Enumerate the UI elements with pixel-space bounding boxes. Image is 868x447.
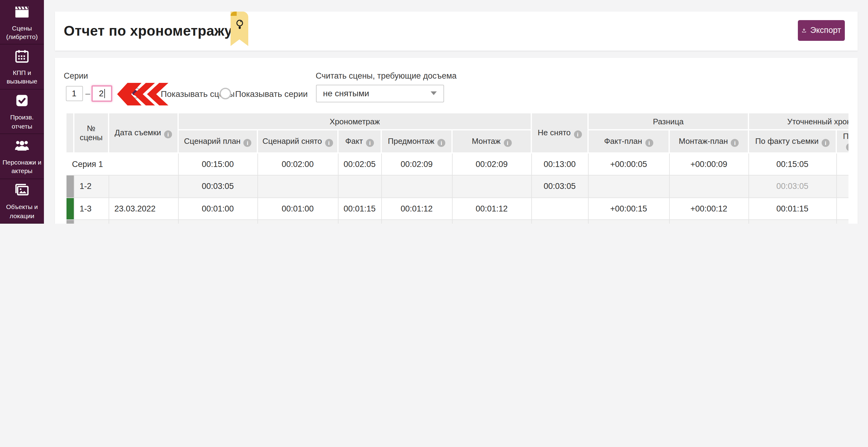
cell-fact-minus-plan: [588, 220, 669, 224]
info-icon[interactable]: i: [846, 143, 848, 151]
cell-refined-by-shooting: 00:01:15: [748, 198, 836, 220]
column-header-scene-number: № сцены: [74, 113, 108, 153]
column-header-refined-by-shooting: По факту съемкиi: [748, 130, 836, 153]
cell-edit-minus-plan: [669, 220, 748, 224]
cell-scenario-plan: 00:01:00: [178, 198, 257, 220]
sidebar-item-production-reports[interactable]: Произв. отчеты: [0, 90, 44, 134]
cell-refined-by-editing: [836, 175, 848, 198]
show-series-label[interactable]: Показывать серии: [235, 89, 308, 99]
info-icon[interactable]: i: [574, 130, 582, 138]
sidebar-item-characters-actors[interactable]: Персонажи и актеры: [0, 134, 44, 179]
cell-fact-minus-plan: +00:00:05: [588, 153, 669, 175]
group-header-refined-timing: Уточненный хронометраж: [748, 113, 848, 130]
cell-pre-edit: [381, 175, 452, 198]
cell-pre-edit: 00:01:12: [381, 198, 452, 220]
cell-refined-by-editing: [836, 153, 848, 175]
cell-scenario-plan: 00:03:05: [178, 175, 257, 198]
count-scenes-label: Считать сцены, требующие досъема: [316, 71, 457, 80]
check-square-icon: [14, 93, 30, 109]
group-header-difference: Разница: [588, 113, 748, 130]
scene-status-marker: [66, 175, 74, 198]
scene-row: 1-200:03:0500:03:0500:03:05: [66, 175, 848, 198]
lightbulb-icon: [235, 19, 244, 30]
series-from-input[interactable]: 1: [66, 85, 83, 101]
series-to-input[interactable]: 2: [92, 85, 112, 101]
title-card: Отчет по хронометражу Экспорт: [55, 11, 857, 50]
count-scenes-select[interactable]: не снятыми: [316, 84, 444, 102]
cell-scenario-shot: [257, 220, 338, 224]
column-header-fact: Фактi: [338, 130, 381, 153]
info-icon[interactable]: i: [366, 139, 374, 146]
report-card: Серии 1 – 2 Показывать сцены Показывать …: [55, 58, 857, 224]
cell-scenario-plan: 00:03:45: [178, 220, 257, 224]
hint-bookmark[interactable]: [230, 11, 248, 46]
column-header-scenario-shot: Сценарий снятоi: [257, 130, 338, 153]
app-root: Сцены (либретто)КПП и вызывныеПроизв. от…: [0, 0, 868, 224]
series-to-value: 2: [99, 89, 103, 98]
bookmark-fold: [230, 11, 237, 15]
cell-fact: 00:01:15: [338, 198, 381, 220]
cell-not-shot: 00:03:05: [531, 175, 588, 198]
info-icon[interactable]: i: [822, 139, 830, 146]
range-dash: –: [85, 89, 90, 98]
info-icon[interactable]: i: [437, 139, 445, 146]
report-table-wrapper[interactable]: № сценыДата съемкиiХронометражНе снятоiР…: [66, 112, 848, 224]
info-icon[interactable]: i: [164, 130, 172, 138]
cell-fact-minus-plan: [588, 175, 669, 198]
cell-edit: 00:02:09: [452, 153, 531, 175]
export-label: Экспорт: [810, 26, 841, 35]
calendar-icon: [14, 48, 30, 64]
cell-shoot-date: [108, 175, 178, 198]
chevron-down-icon: [431, 92, 437, 95]
cell-scenario-shot: [257, 175, 338, 198]
sidebar-item-objects-locations[interactable]: Объекты и локации: [0, 179, 44, 224]
column-header-edit: Монтажi: [452, 130, 531, 153]
group-header-timing: Хронометраж: [178, 113, 531, 130]
export-button[interactable]: Экспорт: [798, 20, 845, 40]
column-header-pre-edit: Предмонтажi: [381, 130, 452, 153]
sidebar-item-scenes-libretto[interactable]: Сцены (либретто): [0, 0, 44, 45]
timing-report-table: № сценыДата съемкиiХронометражНе снятоiР…: [66, 112, 848, 224]
cell-scene-number: 1-2: [74, 175, 108, 198]
cell-refined-by-editing: [836, 220, 848, 224]
cell-refined-by-shooting: 00:15:05: [748, 153, 836, 175]
cell-refined-by-editing: [836, 198, 848, 220]
series-row-label: Серия 1: [66, 153, 178, 175]
scene-status-marker: [66, 220, 74, 224]
series-row: Серия 100:15:0000:02:0000:02:0500:02:090…: [66, 153, 848, 175]
cell-fact-minus-plan: +00:00:15: [588, 198, 669, 220]
cell-fact: [338, 220, 381, 224]
column-header-marker: [66, 113, 74, 153]
show-series-radio[interactable]: [220, 88, 231, 99]
sidebar-item-label: КПП и вызывные: [2, 68, 42, 85]
info-icon[interactable]: i: [325, 139, 333, 146]
info-icon[interactable]: i: [244, 139, 252, 146]
cell-scenario-plan: 00:15:00: [178, 153, 257, 175]
cell-refined-by-shooting: 00:03:05: [748, 175, 836, 198]
sidebar-item-kpp-callsheets[interactable]: КПП и вызывные: [0, 45, 44, 90]
count-scenes-value: не снятыми: [323, 89, 369, 98]
people-icon: [14, 138, 30, 153]
download-icon: [802, 26, 807, 35]
cell-edit: [452, 220, 531, 224]
text-caret: [104, 89, 105, 98]
cell-edit: [452, 175, 531, 198]
sidebar-item-label: Персонажи и актеры: [2, 158, 42, 175]
cell-scene-number: 1-4: [74, 220, 108, 224]
cell-scenario-shot: 00:01:00: [257, 198, 338, 220]
cell-shoot-date: [108, 220, 178, 224]
info-icon[interactable]: i: [645, 139, 653, 146]
cell-fact: 00:02:05: [338, 153, 381, 175]
column-header-scenario-plan: Сценарий планi: [178, 130, 257, 153]
column-header-not-shot: Не снятоi: [531, 113, 588, 153]
show-scenes-radio[interactable]: [129, 87, 141, 98]
info-icon[interactable]: i: [503, 139, 512, 146]
cell-pre-edit: [381, 220, 452, 224]
info-icon[interactable]: i: [731, 139, 739, 146]
cell-edit-minus-plan: [669, 175, 748, 198]
scene-row: 1-323.03.202200:01:0000:01:0000:01:1500:…: [66, 198, 848, 220]
cell-fact: [338, 175, 381, 198]
column-header-edit-minus-plan: Монтаж-планi: [669, 130, 748, 153]
column-header-fact-minus-plan: Факт-планi: [588, 130, 669, 153]
series-from-value: 1: [72, 89, 76, 98]
